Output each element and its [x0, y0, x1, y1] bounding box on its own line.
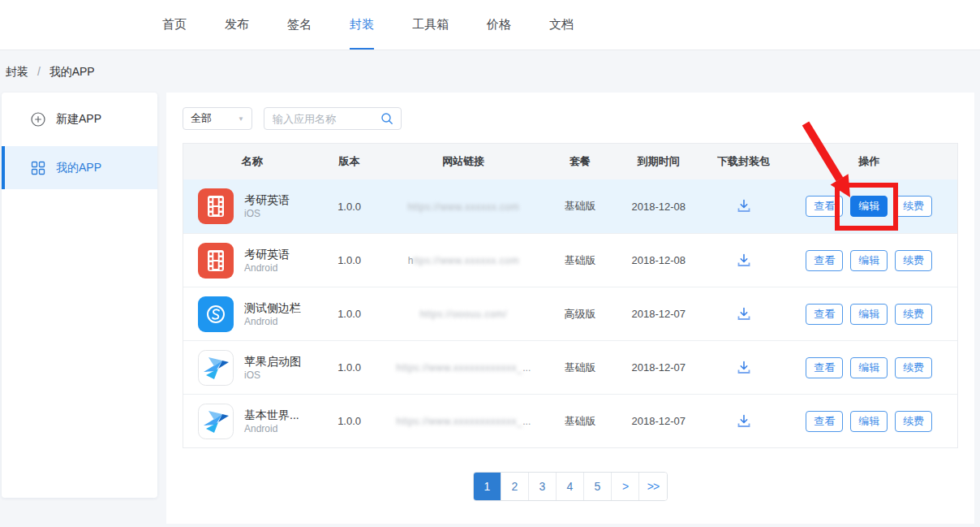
col-header-url: 网站链接	[378, 154, 550, 169]
app-expire-date: 2018-12-07	[611, 308, 707, 320]
app-expire-date: 2018-12-08	[611, 254, 707, 266]
app-name: 测试侧边栏	[244, 300, 301, 315]
table-row: 考研英语 Android 1.0.0 https://www.xxxxxx.co…	[183, 233, 957, 287]
main-nav: 首页 发布 签名 封装 工具箱 价格 文档	[0, 0, 980, 50]
col-header-plan: 套餐	[549, 154, 611, 169]
app-table: 名称 版本 网站链接 套餐 到期时间 下载封装包 操作 考研英语 iOS	[183, 143, 958, 448]
renew-button[interactable]: 续费	[895, 411, 932, 432]
app-url-masked: https://www.xxxxxxxxxxxx_...	[378, 361, 550, 374]
col-header-name: 名称	[183, 154, 321, 169]
app-platform: Android	[244, 261, 290, 274]
app-name: 考研英语	[244, 247, 290, 261]
app-plan: 基础版	[549, 253, 611, 268]
view-button[interactable]: 查看	[806, 357, 843, 378]
bird-icon	[198, 350, 234, 386]
app-expire-date: 2018-12-08	[611, 201, 707, 213]
filter-select-value: 全部	[191, 111, 212, 126]
sidebar-item-new-app[interactable]: 新建APP	[2, 93, 157, 146]
app-platform: Android	[244, 315, 301, 328]
app-version: 1.0.0	[321, 361, 378, 374]
app-url-masked: https://www.xxxxxx.com	[378, 254, 550, 266]
renew-button[interactable]: 续费	[895, 196, 932, 217]
app-name: 基本世界...	[244, 408, 299, 422]
view-button[interactable]: 查看	[806, 196, 843, 217]
app-plan: 基础版	[549, 361, 611, 375]
film-icon	[198, 188, 234, 224]
page-next-icon[interactable]: >	[612, 473, 639, 500]
view-button[interactable]: 查看	[806, 304, 843, 325]
app-version: 1.0.0	[321, 201, 378, 213]
app-platform: Android	[244, 422, 299, 435]
page-5[interactable]: 5	[584, 473, 612, 500]
s-logo-icon	[198, 296, 234, 332]
top-navigation-bar: 首页 发布 签名 封装 工具箱 价格 文档	[0, 0, 980, 50]
filter-toolbar: 全部 ▼	[183, 107, 402, 130]
film-icon	[198, 243, 234, 279]
app-url-masked: https://www.xxxxxx.com	[378, 201, 550, 213]
sidebar: 新建APP 我的APP	[2, 93, 157, 498]
page-1[interactable]: 1	[474, 473, 501, 500]
table-row: 考研英语 iOS 1.0.0 https://www.xxxxxx.com 基础…	[183, 179, 957, 233]
table-header: 名称 版本 网站链接 套餐 到期时间 下载封装包 操作	[183, 144, 957, 179]
edit-button[interactable]: 编辑	[850, 411, 888, 432]
breadcrumb-current: 我的APP	[49, 65, 95, 78]
app-expire-date: 2018-12-07	[611, 415, 707, 427]
download-icon[interactable]	[735, 197, 753, 215]
download-icon[interactable]	[735, 413, 753, 430]
nav-tab-package[interactable]: 封装	[350, 0, 374, 50]
table-row: 测试侧边栏 Android 1.0.0 https://ooouu.com/ 高…	[183, 287, 957, 340]
edit-button[interactable]: 编辑	[850, 196, 888, 217]
search-input[interactable]	[273, 113, 380, 125]
sidebar-item-label: 新建APP	[56, 112, 101, 127]
nav-tab-home[interactable]: 首页	[162, 0, 187, 50]
nav-tab-docs[interactable]: 文档	[549, 0, 574, 50]
col-header-download: 下载封装包	[707, 154, 781, 169]
filter-select[interactable]: 全部 ▼	[183, 107, 252, 130]
app-version: 1.0.0	[321, 254, 378, 266]
search-icon[interactable]	[380, 111, 394, 126]
page-3[interactable]: 3	[529, 473, 557, 500]
app-platform: iOS	[244, 369, 301, 382]
col-header-expire: 到期时间	[611, 154, 707, 169]
col-header-actions: 操作	[780, 154, 957, 169]
edit-button[interactable]: 编辑	[850, 250, 888, 271]
app-plan: 高级版	[549, 307, 611, 322]
breadcrumb: 封装 / 我的APP	[6, 65, 95, 80]
renew-button[interactable]: 续费	[895, 250, 932, 271]
app-plan: 基础版	[549, 414, 611, 429]
view-button[interactable]: 查看	[806, 411, 843, 432]
renew-button[interactable]: 续费	[895, 304, 932, 325]
app-name: 考研英语	[244, 192, 290, 207]
app-version: 1.0.0	[321, 415, 378, 427]
grid-icon	[31, 161, 45, 175]
table-row: 基本世界... Android 1.0.0 https://www.xxxxxx…	[183, 394, 957, 447]
page-2[interactable]: 2	[501, 473, 529, 500]
main-panel: 全部 ▼ 名称 版本 网站链接 套餐 到期时间 下载封装包 操作	[166, 93, 974, 524]
download-icon[interactable]	[735, 252, 753, 270]
pagination: 1 2 3 4 5 > >>	[473, 472, 668, 501]
breadcrumb-separator: /	[37, 65, 41, 78]
search-box	[264, 107, 402, 130]
nav-tab-price[interactable]: 价格	[487, 0, 511, 50]
table-row: 苹果启动图 iOS 1.0.0 https://www.xxxxxxxxxxxx…	[183, 340, 957, 394]
sidebar-item-my-app[interactable]: 我的APP	[2, 146, 157, 189]
renew-button[interactable]: 续费	[895, 357, 932, 378]
download-icon[interactable]	[735, 359, 753, 377]
nav-tab-publish[interactable]: 发布	[225, 0, 249, 50]
plus-circle-icon	[31, 112, 45, 127]
breadcrumb-parent[interactable]: 封装	[6, 65, 28, 78]
page-4[interactable]: 4	[557, 473, 584, 500]
sidebar-item-label: 我的APP	[56, 161, 101, 175]
edit-button[interactable]: 编辑	[850, 357, 888, 378]
nav-tab-toolbox[interactable]: 工具箱	[412, 0, 449, 50]
edit-button[interactable]: 编辑	[850, 304, 888, 325]
col-header-version: 版本	[321, 154, 378, 169]
bird-icon	[198, 404, 234, 439]
nav-tab-sign[interactable]: 签名	[287, 0, 312, 50]
app-plan: 基础版	[549, 199, 611, 214]
download-icon[interactable]	[735, 305, 753, 323]
app-expire-date: 2018-12-07	[611, 361, 707, 374]
page-last-icon[interactable]: >>	[639, 473, 667, 500]
chevron-down-icon: ▼	[238, 115, 244, 123]
view-button[interactable]: 查看	[806, 250, 843, 271]
